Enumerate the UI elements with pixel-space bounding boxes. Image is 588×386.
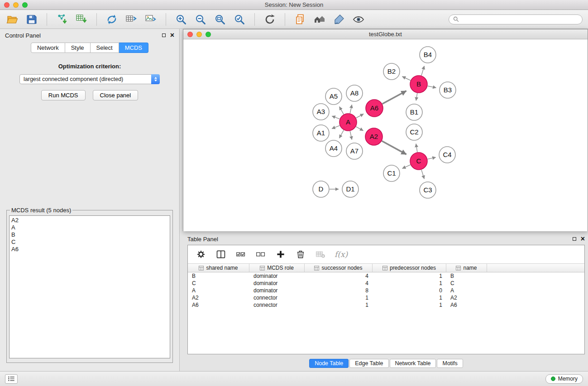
- column-header-predecessor-nodes[interactable]: predecessor nodes: [373, 264, 446, 272]
- close-panel-button[interactable]: Close panel: [93, 90, 139, 100]
- export-network-button[interactable]: [124, 13, 138, 26]
- table-row[interactable]: A6connector11A6: [188, 301, 584, 309]
- table-row[interactable]: Adominator80A: [188, 287, 584, 294]
- task-history-button[interactable]: [5, 374, 18, 384]
- table-panel-title: Table Panel: [187, 236, 218, 243]
- tab-network-table[interactable]: Network Table: [390, 359, 436, 368]
- tab-motifs[interactable]: Motifs: [437, 359, 463, 368]
- search-field[interactable]: [449, 14, 583, 24]
- table-row[interactable]: Bdominator41B: [188, 272, 584, 280]
- float-table-panel-icon[interactable]: [573, 237, 576, 241]
- window-titlebar[interactable]: Session: New Session: [0, 0, 588, 10]
- memory-status-icon: [551, 376, 555, 381]
- column-header-MCDS-role[interactable]: MCDS role: [249, 264, 305, 272]
- network-zoom-button[interactable]: [206, 32, 211, 37]
- check-boxes-icon: [236, 249, 246, 259]
- graph-edge-B-B3[interactable]: [428, 86, 436, 88]
- mcds-result-item[interactable]: C: [11, 238, 168, 246]
- graph-node-label-D: D: [319, 185, 324, 193]
- import-table-button[interactable]: [75, 13, 88, 26]
- search-input[interactable]: [461, 16, 578, 23]
- graph-edge-A6-B[interactable]: [382, 91, 406, 104]
- graph-edge-A-A5[interactable]: [339, 107, 344, 114]
- delete-table-button[interactable]: [315, 248, 326, 260]
- graph-edge-B-B2[interactable]: [402, 76, 411, 81]
- column-header-successor-nodes[interactable]: successor nodes: [305, 264, 373, 272]
- zoom-window-button[interactable]: [22, 2, 28, 8]
- tab-network[interactable]: Network: [31, 43, 65, 53]
- table-cell: 0: [373, 287, 446, 294]
- mcds-result-item[interactable]: B: [11, 231, 168, 238]
- graph-edge-C-C2[interactable]: [416, 144, 417, 152]
- zoom-in-button[interactable]: [174, 13, 188, 26]
- graph-edge-B-B4[interactable]: [421, 66, 424, 76]
- graph-node-label-A: A: [346, 118, 350, 126]
- export-image-icon: [145, 14, 157, 25]
- close-table-panel-icon[interactable]: ×: [581, 235, 585, 243]
- plus-icon: [276, 249, 286, 259]
- duplicate-page-button[interactable]: [293, 13, 307, 26]
- graph-edge-C-C4[interactable]: [428, 157, 436, 159]
- network-window-titlebar[interactable]: testGlobe.txt: [183, 29, 588, 39]
- table-cell: B: [188, 273, 249, 279]
- minimize-window-button[interactable]: [13, 2, 19, 8]
- column-header-label: name: [463, 265, 477, 271]
- table-row[interactable]: A2connector11A2: [188, 294, 584, 301]
- zoom-fit-button[interactable]: [213, 13, 227, 26]
- import-network-button[interactable]: [55, 13, 69, 26]
- graph-edge-A2-C[interactable]: [382, 141, 406, 155]
- graph-edge-A-A3[interactable]: [332, 116, 339, 119]
- deselect-all-button[interactable]: [255, 248, 267, 260]
- close-window-button[interactable]: [4, 2, 10, 8]
- close-panel-icon[interactable]: ×: [170, 32, 174, 39]
- network-graph[interactable]: B4B2BB3A8A5A6A3B1AC2A1A2A4A7C4CC1C3DD1: [183, 39, 588, 231]
- network-close-button[interactable]: [187, 32, 193, 37]
- network-canvas[interactable]: B4B2BB3A8A5A6A3B1AC2A1A2A4A7C4CC1C3DD1: [183, 39, 588, 231]
- mcds-result-item[interactable]: A6: [11, 246, 168, 253]
- tab-select[interactable]: Select: [91, 43, 119, 53]
- open-session-button[interactable]: [5, 13, 19, 26]
- graph-edge-C-C1[interactable]: [402, 165, 411, 168]
- column-header-name[interactable]: name: [446, 264, 487, 272]
- float-panel-icon[interactable]: [162, 33, 166, 37]
- mcds-result-item[interactable]: A2: [11, 217, 168, 224]
- refresh-view-button[interactable]: [263, 13, 277, 26]
- tab-node-table[interactable]: Node Table: [309, 359, 349, 368]
- save-session-button[interactable]: [25, 13, 38, 26]
- graph-edge-A-A1[interactable]: [332, 125, 339, 129]
- column-visibility-button[interactable]: [215, 248, 227, 260]
- tab-mcds[interactable]: MCDS: [119, 43, 148, 53]
- graph-edge-A-A4[interactable]: [339, 130, 344, 138]
- add-column-button[interactable]: [275, 248, 287, 260]
- tab-style[interactable]: Style: [65, 43, 91, 53]
- new-network-button[interactable]: [105, 13, 119, 26]
- graph-edge-A-A7[interactable]: [350, 131, 352, 140]
- network-minimize-button[interactable]: [196, 32, 202, 37]
- zoom-selected-button[interactable]: [233, 13, 246, 26]
- run-mcds-button[interactable]: Run MCDS: [41, 90, 86, 100]
- annotation-button[interactable]: [332, 13, 346, 26]
- graph-edge-A-A6[interactable]: [356, 114, 364, 118]
- tab-edge-table[interactable]: Edge Table: [349, 359, 388, 368]
- zoom-out-button[interactable]: [194, 13, 207, 26]
- function-builder-button[interactable]: f(x): [335, 248, 348, 260]
- column-header-shared-name[interactable]: shared name: [188, 264, 249, 272]
- select-all-button[interactable]: [235, 248, 247, 260]
- main-toolbar: [0, 10, 588, 29]
- delete-column-button[interactable]: [295, 248, 306, 260]
- graph-edge-A-A8[interactable]: [350, 105, 352, 113]
- mcds-result-list[interactable]: A2ABCA6: [9, 215, 170, 358]
- column-header-label: predecessor nodes: [390, 265, 436, 271]
- table-row[interactable]: Cdominator41C: [188, 280, 584, 287]
- show-hide-button[interactable]: [352, 13, 365, 26]
- mcds-result-item[interactable]: A: [11, 224, 168, 231]
- home-button[interactable]: [313, 13, 326, 26]
- pages-icon: [294, 14, 306, 25]
- graph-edge-B-B1[interactable]: [416, 93, 417, 101]
- graph-edge-C-C3[interactable]: [421, 170, 424, 179]
- export-image-button[interactable]: [144, 13, 158, 26]
- graph-edge-A-A2[interactable]: [356, 127, 363, 131]
- table-settings-button[interactable]: [195, 248, 207, 260]
- criterion-dropdown[interactable]: largest connected component (directed): [19, 74, 160, 84]
- memory-button[interactable]: Memory: [545, 374, 583, 384]
